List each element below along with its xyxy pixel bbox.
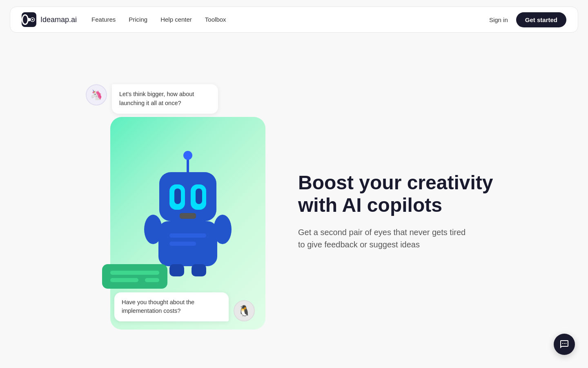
nav-left: Ideamap.ai Features Pricing Help center … [22, 12, 226, 27]
chat-fab-button[interactable] [554, 334, 575, 355]
svg-rect-14 [169, 233, 206, 238]
svg-rect-9 [196, 188, 202, 204]
chat-text-top: Let's think bigger, how about launching … [112, 84, 218, 114]
svg-rect-8 [174, 188, 181, 204]
hero-title: Boost your creativity with AI copilots [298, 171, 502, 216]
navbar: Ideamap.ai Features Pricing Help center … [10, 7, 578, 33]
logo[interactable]: Ideamap.ai [22, 12, 77, 27]
hero-section: Boost your creativity with AI copilots G… [298, 171, 502, 251]
content-card [102, 264, 167, 289]
svg-rect-16 [169, 264, 184, 276]
logo-text: Ideamap.ai [40, 16, 77, 24]
card-line-2b [145, 278, 159, 282]
sign-in-button[interactable]: Sign in [489, 16, 508, 23]
nav-help[interactable]: Help center [160, 16, 192, 23]
get-started-button[interactable]: Get started [516, 12, 566, 27]
svg-point-2 [31, 19, 33, 20]
main-content: 🦄 Let's think bigger, how about launchin… [0, 39, 588, 366]
nav-toolbox[interactable]: Toolbox [205, 16, 226, 23]
chat-bubble-bottom: Have you thought about the implementatio… [114, 292, 255, 322]
nav-right: Sign in Get started [489, 12, 566, 27]
svg-point-4 [183, 151, 192, 160]
svg-rect-17 [192, 264, 206, 276]
card-line-1 [110, 271, 159, 275]
nav-links: Features Pricing Help center Toolbox [91, 16, 226, 23]
chat-bubble-top: 🦄 Let's think bigger, how about launchin… [86, 84, 218, 114]
chat-fab-icon [559, 339, 569, 349]
logo-icon [22, 12, 36, 27]
svg-rect-10 [180, 213, 196, 219]
hero-subtitle: Get a second pair of eyes that never get… [298, 226, 470, 251]
avatar-unicorn: 🦄 [86, 84, 107, 105]
nav-features[interactable]: Features [91, 16, 116, 23]
illustration: 🦄 Let's think bigger, how about launchin… [78, 84, 274, 338]
card-line-2a [110, 278, 138, 282]
nav-pricing[interactable]: Pricing [129, 16, 147, 23]
avatar-penguin: 🐧 [234, 300, 255, 321]
svg-rect-15 [169, 242, 196, 246]
chat-text-bottom: Have you thought about the implementatio… [114, 292, 229, 322]
